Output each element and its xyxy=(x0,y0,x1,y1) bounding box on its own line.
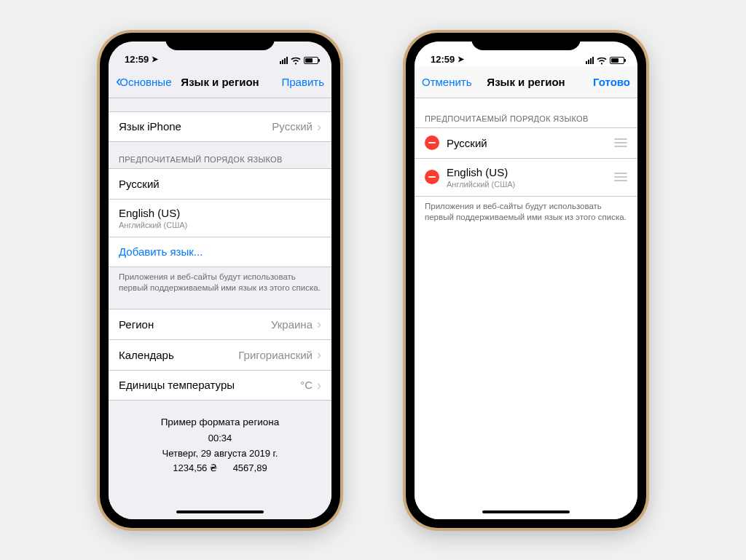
region-format-example: Пример формата региона 00:34 Четверг, 29… xyxy=(109,401,331,490)
settings-content-edit[interactable]: ПРЕДПОЧИТАЕМЫЙ ПОРЯДОК ЯЗЫКОВ Русский En… xyxy=(415,98,637,519)
delete-icon[interactable] xyxy=(425,135,439,150)
row-label: Календарь xyxy=(119,349,174,361)
battery-icon xyxy=(610,57,624,64)
status-time: 12:59 xyxy=(125,54,149,65)
nav-back-button[interactable]: ‹ Основные xyxy=(116,74,174,90)
home-indicator[interactable] xyxy=(482,510,570,513)
row-iphone-language[interactable]: Язык iPhone Русский › xyxy=(109,111,331,142)
wifi-icon xyxy=(291,57,301,65)
nav-cancel-label: Отменить xyxy=(422,76,472,88)
nav-title: Язык и регион xyxy=(174,76,266,88)
row-value: °C xyxy=(300,379,313,391)
battery-icon xyxy=(304,57,318,64)
nav-done-button[interactable]: Готово xyxy=(572,76,630,88)
section-footer-languages: Приложения и веб-сайты будут использоват… xyxy=(109,267,331,301)
phone-frame-right: 12:59 ➤ Отменить Язык и регион Готово ПР… xyxy=(406,33,646,528)
cell-signal-icon xyxy=(280,57,288,64)
chevron-right-icon: › xyxy=(317,348,321,361)
row-value: Украина xyxy=(271,318,313,331)
section-footer-languages: Приложения и веб-сайты будут использоват… xyxy=(415,197,637,231)
nav-title: Язык и регион xyxy=(480,76,572,88)
screen-left: 12:59 ➤ ‹ Основные Язык и регион Править xyxy=(109,42,331,519)
chevron-right-icon: › xyxy=(317,318,321,331)
wifi-icon xyxy=(597,57,607,65)
home-indicator[interactable] xyxy=(176,510,264,513)
example-date: Четверг, 29 августа 2019 г. xyxy=(119,446,321,461)
screen-right: 12:59 ➤ Отменить Язык и регион Готово ПР… xyxy=(415,42,637,519)
settings-content[interactable]: Язык iPhone Русский › ПРЕДПОЧИТАЕМЫЙ ПОР… xyxy=(109,98,331,519)
row-value: Русский xyxy=(272,120,313,133)
lang-label: Русский xyxy=(119,178,160,190)
row-label: Единицы температуры xyxy=(119,379,235,391)
row-label: Язык iPhone xyxy=(119,120,181,133)
chevron-right-icon: › xyxy=(317,120,321,133)
lang-label: Русский xyxy=(447,137,614,149)
section-header-languages: ПРЕДПОЧИТАЕМЫЙ ПОРЯДОК ЯЗЫКОВ xyxy=(415,98,637,127)
add-language-label: Добавить язык... xyxy=(119,245,203,258)
drag-handle-icon[interactable] xyxy=(614,138,627,147)
row-temperature-units[interactable]: Единицы температуры °C › xyxy=(109,370,331,401)
nav-done-label: Готово xyxy=(593,76,630,88)
example-numbers: 1234,56 ₴ 4567,89 xyxy=(119,461,321,476)
location-arrow-icon: ➤ xyxy=(152,55,158,64)
row-language-item[interactable]: Русский xyxy=(109,168,331,199)
row-language-item-editable[interactable]: Русский xyxy=(415,127,637,158)
status-time: 12:59 xyxy=(431,54,455,65)
notch xyxy=(165,33,275,50)
notch xyxy=(471,33,581,50)
row-add-language[interactable]: Добавить язык... xyxy=(109,237,331,267)
row-label: Регион xyxy=(119,318,154,331)
nav-bar: Отменить Язык и регион Готово xyxy=(415,66,637,98)
row-region[interactable]: Регион Украина › xyxy=(109,309,331,339)
row-language-item-editable[interactable]: English (US) Английский (США) xyxy=(415,158,637,197)
lang-label: English (US) xyxy=(119,207,187,219)
phone-frame-left: 12:59 ➤ ‹ Основные Язык и регион Править xyxy=(100,33,340,528)
cell-signal-icon xyxy=(586,57,594,64)
nav-edit-button[interactable]: Править xyxy=(266,76,324,88)
location-arrow-icon: ➤ xyxy=(458,55,464,64)
lang-sub: Английский (США) xyxy=(119,221,187,229)
nav-cancel-button[interactable]: Отменить xyxy=(422,76,480,88)
delete-icon[interactable] xyxy=(425,170,439,184)
drag-handle-icon[interactable] xyxy=(614,173,627,181)
example-title: Пример формата региона xyxy=(119,415,321,430)
row-language-item[interactable]: English (US) Английский (США) xyxy=(109,199,331,237)
section-header-languages: ПРЕДПОЧИТАЕМЫЙ ПОРЯДОК ЯЗЫКОВ xyxy=(109,142,331,168)
row-value: Григорианский xyxy=(238,349,313,361)
nav-back-label: Основные xyxy=(119,76,171,88)
lang-label: English (US) xyxy=(447,166,614,178)
chevron-right-icon: › xyxy=(317,379,321,392)
nav-edit-label: Править xyxy=(282,76,325,88)
lang-sub: Английский (США) xyxy=(447,180,614,189)
row-calendar[interactable]: Календарь Григорианский › xyxy=(109,339,331,370)
nav-bar: ‹ Основные Язык и регион Править xyxy=(109,66,331,98)
example-time: 00:34 xyxy=(119,431,321,446)
